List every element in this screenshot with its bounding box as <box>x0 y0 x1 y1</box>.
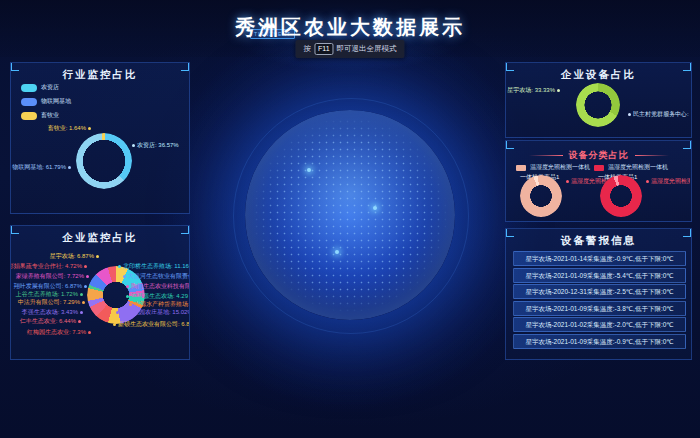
alarm-info-panel: 设备警报信息 星宇农场-2021-01-14采集温度:-0.9℃,低于下限:0℃… <box>505 228 692 360</box>
label-dot <box>80 311 83 314</box>
legend-label: 温湿度光照检测一体机 <box>608 163 668 172</box>
device-donut-chart[interactable] <box>576 83 620 127</box>
pie-label: 翔叶发展有限公司: 6.87% <box>14 282 89 290</box>
class-donut-left[interactable] <box>520 175 562 217</box>
globe-location-marker <box>307 168 311 172</box>
label-dot <box>88 127 91 130</box>
alarm-row: 星宇农场-2021-01-09采集温度:-0.9℃,低于下限:0℃ <box>513 334 686 349</box>
alarm-row: 星宇农场-2021-01-09采集温度:-3.8℃,低于下限:0℃ <box>513 301 686 316</box>
pie-label: 上谷生态养殖场: 1.72% <box>16 290 85 298</box>
globe <box>245 110 455 320</box>
label-dot <box>84 285 87 288</box>
label-dot <box>557 89 560 92</box>
label-dot <box>132 144 135 147</box>
pie-label: 陶门生态农业科技有限公 <box>124 282 190 290</box>
label-dot <box>566 180 569 183</box>
legend-item[interactable]: 温湿度光照检测一体机 <box>516 163 590 172</box>
legend-swatch <box>594 165 604 171</box>
hint-suffix: 即可退出全屏模式 <box>337 44 397 53</box>
pie-label: 仁丰生态农业: 6.44% <box>20 317 83 325</box>
pie-label: 鸿基源生态农场: 4.29 <box>124 292 188 300</box>
pie-label: 民主村党群服务中心: <box>626 110 689 118</box>
pie-label: 红梅园生态农业: 7.3% <box>27 328 93 336</box>
legend-swatch <box>21 112 37 120</box>
globe-location-marker <box>373 206 377 210</box>
legend-item[interactable]: 温湿度光照检测一体机 <box>594 163 668 172</box>
class-donut-right[interactable] <box>600 175 642 217</box>
pie-callout: 温湿度光照检测一 <box>644 177 690 186</box>
industry-donut-chart[interactable] <box>76 133 132 189</box>
fullscreen-hint: 按F11即可退出全屏模式 <box>295 40 404 58</box>
enterprise-monitor-panel: 企业监控占比 星宇农场: 6.87% 彩娟果蔬专业合作社: 4.72% 家绿养殖… <box>10 225 190 360</box>
device-ratio-panel: 企业设备占比 星宇农场: 33.33% 民主村党群服务中心: <box>505 62 692 138</box>
legend-label: 物联网基地 <box>41 97 71 106</box>
globe-location-marker <box>335 250 339 254</box>
alarm-row: 星宇农场-2020-12-31采集温度:-2.5℃,低于下限:0℃ <box>513 284 686 299</box>
label-dot <box>113 323 116 326</box>
pie-label: 李强生态农场: 3.43% <box>22 308 85 316</box>
dashboard: TIANZHENT 秀洲区农业大数据展示 按F11即可退出全屏模式 行业监控占比… <box>0 0 700 438</box>
panel-title: 设备分类占比 <box>506 149 691 162</box>
label-dot <box>126 295 129 298</box>
title-decoration-line <box>529 155 563 156</box>
label-dot <box>96 255 99 258</box>
alarm-row: 星宇农场-2021-01-09采集温度:-5.4℃,低于下限:0℃ <box>513 268 686 283</box>
label-dot <box>628 113 631 116</box>
label-dot <box>68 166 71 169</box>
label-dot <box>80 293 83 296</box>
pie-label: 中法升有限公司: 7.29% <box>18 298 87 306</box>
panel-title: 设备警报信息 <box>506 234 691 248</box>
legend-item[interactable]: 物联网基地 <box>21 97 71 106</box>
label-dot <box>86 275 89 278</box>
legend-label: 畜牧业 <box>41 111 59 120</box>
globe-dot-map <box>253 118 447 312</box>
label-dot <box>78 320 81 323</box>
legend-swatch <box>21 84 37 92</box>
legend-label: 温湿度光照检测一体机 <box>530 163 590 172</box>
pie-label: 星宇农场: 33.33% <box>507 86 562 94</box>
pie-label: 星宇农场: 6.87% <box>50 252 101 260</box>
panel-title: 企业设备占比 <box>506 68 691 82</box>
device-class-panel: 设备分类占比 温湿度光照检测一体机 一体机类产品1 温湿度光照检测一 温湿度光照… <box>505 140 692 222</box>
pie-label: 成琴花园农庄基地: 15.02% <box>114 308 190 316</box>
label-dot <box>123 275 126 278</box>
alarm-row: 星宇农场-2021-01-14采集温度:-0.9℃,低于下限:0℃ <box>513 251 686 266</box>
page-title: 秀洲区农业大数据展示 <box>0 14 700 41</box>
label-dot <box>116 311 119 314</box>
f11-key: F11 <box>314 43 334 55</box>
panel-title: 企业监控占比 <box>11 231 189 245</box>
alarm-row: 星宇农场-2021-01-02采集温度:-2.0℃,低于下限:0℃ <box>513 317 686 332</box>
pie-label: 北印桥生态养殖场: 11.16% <box>116 262 190 270</box>
legend-swatch <box>516 165 526 171</box>
label-dot <box>88 331 91 334</box>
pie-label: 物联网基地: 61.79% <box>12 163 73 171</box>
label-dot <box>126 285 129 288</box>
legend-item[interactable]: 畜牧业 <box>21 111 59 120</box>
hint-prefix: 按 <box>303 44 311 53</box>
title-decoration-line <box>635 155 669 156</box>
panel-title: 行业监控占比 <box>11 68 189 82</box>
pie-label: 彩娟果蔬专业合作社: 4.72% <box>10 262 89 270</box>
pie-label: 畜牧业: 1.64% <box>48 124 93 132</box>
label-dot <box>646 180 649 183</box>
label-dot <box>118 265 121 268</box>
legend-label: 农资店 <box>41 83 59 92</box>
pie-label: 新硕生态农业有限公司: 6.879 <box>111 320 190 328</box>
label-dot <box>82 301 85 304</box>
industry-monitor-panel: 行业监控占比 农资店 物联网基地 畜牧业 畜牧业: 1.64% 农资店: 36.… <box>10 62 190 214</box>
label-dot <box>129 303 132 306</box>
pie-label: 大运河生态牧业有限责任公 <box>121 272 190 280</box>
legend-swatch <box>21 98 37 106</box>
legend-item[interactable]: 农资店 <box>21 83 59 92</box>
pie-label: 农资店: 36.57% <box>130 141 179 149</box>
pie-label: 丰源水产种货养殖场: 1. <box>127 300 190 308</box>
pie-label: 家绿养殖有限公司: 7.72% <box>16 272 91 280</box>
label-dot <box>84 265 87 268</box>
